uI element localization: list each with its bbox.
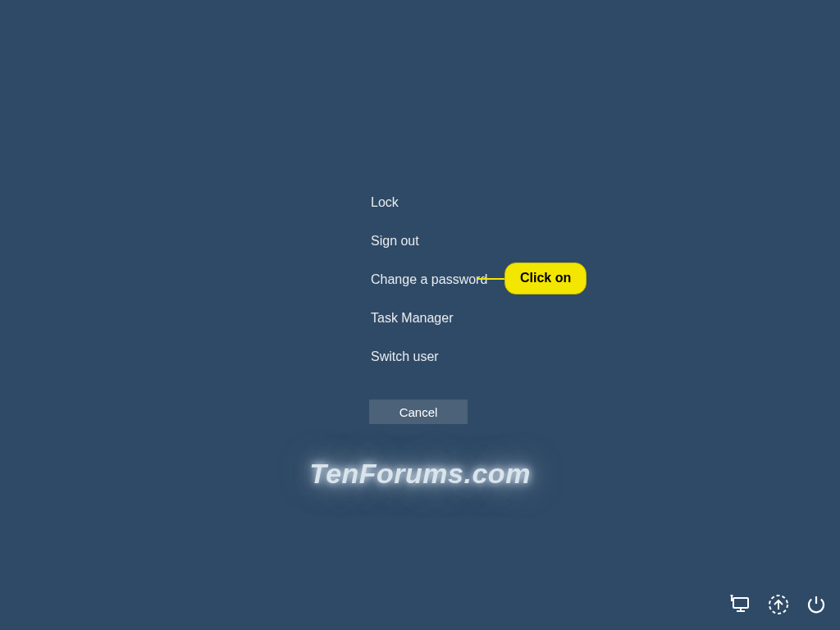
menu-item-lock[interactable]: Lock [371,195,399,210]
corner-icon-bar [730,594,827,615]
watermark-text: TenForums.com [309,458,531,490]
menu-item-switch-user[interactable]: Switch user [371,349,439,364]
svg-rect-0 [733,598,748,608]
menu-item-change-password[interactable]: Change a password [371,272,487,287]
ease-of-access-icon[interactable] [768,594,789,615]
network-icon[interactable] [730,594,751,615]
menu-item-task-manager[interactable]: Task Manager [371,311,454,326]
power-icon[interactable] [806,594,827,615]
cancel-button[interactable]: Cancel [369,399,468,424]
menu-item-sign-out[interactable]: Sign out [371,234,419,249]
security-options-menu: Lock Sign out Change a password Task Man… [371,195,617,388]
